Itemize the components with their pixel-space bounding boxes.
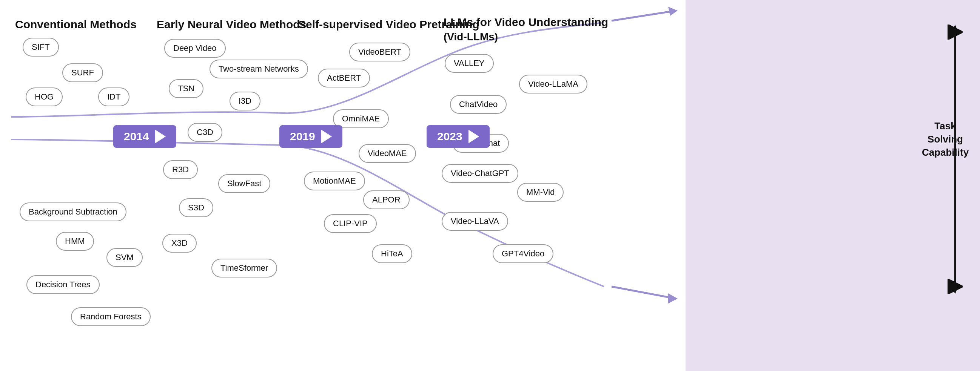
llm-panel (686, 0, 980, 371)
node-video-llama: Video-LLaMA (519, 75, 587, 94)
node-mm-vid: MM-Vid (517, 183, 563, 202)
node-alpor: ALPOR (363, 190, 410, 209)
node-video-llava: Video-LLaVA (442, 212, 508, 231)
year-2023: 2023 (426, 125, 490, 148)
node-tsn: TSN (169, 79, 204, 98)
node-video-chatgpt: Video-ChatGPT (442, 164, 518, 183)
svg-line-3 (612, 11, 672, 21)
diagram-container: Conventional Methods Early Neural Video … (0, 0, 980, 371)
node-decision-trees: Decision Trees (26, 275, 100, 294)
header-conventional: Conventional Methods (15, 18, 137, 31)
year-2019: 2019 (279, 125, 342, 148)
node-hitea: HiTeA (372, 244, 412, 263)
node-valley: VALLEY (445, 54, 494, 73)
task-solving-label: Task SolvingCapability (919, 119, 972, 159)
node-videoMAE: VideoMAE (359, 144, 416, 163)
node-r3d: R3D (163, 160, 198, 179)
header-early-neural: Early Neural Video Methods (157, 18, 306, 31)
svg-marker-4 (668, 7, 678, 16)
node-hog: HOG (25, 87, 63, 106)
node-random-forests: Random Forests (71, 307, 151, 326)
year-2014: 2014 (113, 125, 176, 148)
node-slowfast: SlowFast (218, 174, 270, 193)
node-x3d: X3D (162, 234, 197, 253)
node-two-stream: Two-stream Networks (210, 60, 308, 78)
node-sift: SIFT (23, 38, 59, 57)
node-gpt4video: GPT4Video (493, 244, 554, 263)
node-deep-video: Deep Video (164, 39, 226, 58)
node-hmm: HMM (56, 232, 94, 251)
node-videobert: VideoBERT (349, 43, 410, 62)
header-llm: LLMs for Video Understanding(Vid-LLMs) (444, 15, 608, 43)
node-c3d: C3D (188, 123, 222, 142)
node-motionMAE: MotionMAE (304, 171, 365, 190)
node-chatvideo: ChatVideo (450, 95, 507, 114)
node-idt: IDT (98, 87, 129, 106)
node-background-subtraction: Background Subtraction (20, 203, 126, 221)
node-svm: SVM (107, 248, 143, 267)
node-s3d: S3D (179, 198, 213, 217)
node-clip-vip: CLIP-VIP (324, 214, 377, 233)
node-omniMAE: OmniMAE (333, 109, 389, 128)
node-timesformer: TimeSformer (212, 258, 277, 277)
node-surf: SURF (62, 63, 103, 82)
node-i3d: I3D (229, 92, 261, 111)
svg-line-5 (612, 287, 672, 298)
node-actbert: ActBERT (318, 69, 370, 87)
svg-marker-6 (668, 293, 678, 303)
